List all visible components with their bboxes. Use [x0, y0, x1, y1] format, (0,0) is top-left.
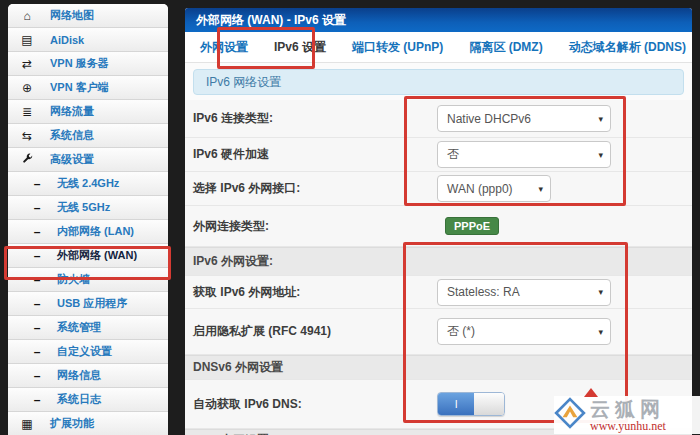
chevron-down-icon: ▾	[598, 287, 603, 297]
sidebar-item-advanced-settings[interactable]: 高级设置	[8, 148, 168, 172]
ipv6-wan-interface-select[interactable]: WAN (ppp0) ▾	[437, 175, 551, 202]
watermark: 云狐网 www.yunhu.net	[554, 396, 700, 434]
dash-icon: –	[30, 298, 44, 310]
form-row-wan-interface: 选择 IPv6 外网接口: WAN (ppp0) ▾	[185, 172, 692, 206]
tab-bar: 外网设置 IPv6 设置 端口转发 (UPnP) 隔离区 (DMZ) 动态域名解…	[185, 32, 692, 63]
sidebar-item-lan[interactable]: – 内部网络 (LAN)	[8, 220, 168, 244]
dash-icon: –	[30, 370, 44, 382]
ipv6-hw-acceleration-select[interactable]: 否 ▾	[437, 141, 611, 168]
toggle-on-half: l	[438, 393, 474, 415]
chevron-down-icon: ▾	[598, 114, 603, 124]
sidebar-item-label: 网络流量	[50, 104, 94, 119]
home-icon: ⌂	[20, 10, 34, 22]
loop-icon: ⇄	[20, 58, 34, 70]
sidebar-item-usb-apps[interactable]: – USB 应用程序	[8, 292, 168, 316]
sidebar-item-firewall[interactable]: – 防火墙	[8, 268, 168, 292]
field-label: 启用隐私扩展 (RFC 4941)	[193, 323, 437, 340]
sidebar-item-wireless-24ghz[interactable]: – 无线 2.4GHz	[8, 172, 168, 196]
main-panel: 外部网络 (WAN) - IPv6 设置 外网设置 IPv6 设置 端口转发 (…	[185, 8, 692, 435]
watermark-site-url: www.yunhu.net	[590, 420, 666, 432]
sidebar-item-label: 防火墙	[57, 272, 90, 287]
dash-icon: –	[30, 322, 44, 334]
watermark-logo-icon	[554, 397, 586, 433]
shuffle-icon: ⇆	[20, 130, 34, 142]
sidebar: ⌂ 网络地图 ▤ AiDisk ⇄ VPN 服务器 ⊕ VPN 客户端 ≣ 网络…	[8, 4, 168, 435]
grid-icon: ▦	[20, 418, 34, 430]
form-row-connection-type: IPv6 连接类型: Native DHCPv6 ▾	[185, 100, 692, 138]
dash-icon: –	[30, 274, 44, 286]
sidebar-item-traffic[interactable]: ≣ 网络流量	[8, 100, 168, 124]
sidebar-item-label: 自定义设置	[57, 344, 112, 359]
sidebar-item-label: 系统信息	[50, 128, 94, 143]
sidebar-item-label: 高级设置	[50, 152, 94, 167]
watermark-text: 云狐网 www.yunhu.net	[590, 399, 666, 432]
watermark-pointer	[584, 388, 598, 397]
sidebar-item-label: 外部网络 (WAN)	[57, 248, 137, 263]
field-label: 选择 IPv6 外网接口:	[193, 180, 437, 197]
dash-icon: –	[30, 202, 44, 214]
sidebar-item-label: USB 应用程序	[57, 296, 127, 311]
sidebar-item-system-log[interactable]: – 系统日志	[8, 388, 168, 412]
ipv6-connection-type-select[interactable]: Native DHCPv6 ▾	[437, 105, 611, 132]
form-row-wan-connection-type: 外网连接类型: PPPoE	[185, 206, 692, 247]
sidebar-item-wireless-5ghz[interactable]: – 无线 5GHz	[8, 196, 168, 220]
tab-ipv6-settings[interactable]: IPv6 设置	[261, 32, 339, 62]
field-label: IPv6 连接类型:	[193, 110, 437, 127]
ipv6-address-mode-select[interactable]: Stateless: RA ▾	[437, 279, 611, 306]
sidebar-item-label: 内部网络 (LAN)	[57, 224, 134, 239]
sidebar-item-label: 网络信息	[57, 368, 101, 383]
globe-icon: ⊕	[20, 82, 34, 94]
field-label: 获取 IPv6 外网地址:	[193, 284, 437, 301]
dash-icon: –	[30, 346, 44, 358]
sidebar-item-label: 系统日志	[57, 392, 101, 407]
chevron-down-icon: ▾	[598, 327, 603, 337]
form-section-dnsv6: DNSv6 外网设置	[185, 355, 692, 380]
sidebar-item-label: 扩展功能	[50, 416, 94, 431]
tab-port-forwarding[interactable]: 端口转发 (UPnP)	[339, 32, 456, 62]
sidebar-item-label: VPN 服务器	[50, 56, 109, 71]
traffic-icon: ≣	[20, 106, 34, 118]
form-row-hw-acceleration: IPv6 硬件加速 否 ▾	[185, 138, 692, 172]
section-header: IPv6 网络设置	[193, 69, 684, 95]
tab-wan-settings[interactable]: 外网设置	[187, 32, 261, 62]
tab-dmz[interactable]: 隔离区 (DMZ)	[456, 32, 555, 62]
field-label: 自动获取 IPv6 DNS:	[193, 396, 437, 413]
disk-icon: ▤	[20, 34, 34, 46]
sidebar-item-label: 网络地图	[50, 8, 94, 23]
tab-ddns[interactable]: 动态域名解析 (DDNS)	[556, 32, 692, 62]
form-section-ipv6-wan: IPv6 外网设置:	[185, 247, 692, 276]
auto-ipv6-dns-toggle[interactable]: l	[437, 392, 505, 416]
dash-icon: –	[30, 226, 44, 238]
sidebar-item-vpn-client[interactable]: ⊕ VPN 客户端	[8, 76, 168, 100]
sidebar-item-label: 无线 2.4GHz	[57, 176, 119, 191]
dash-icon: –	[30, 394, 44, 406]
watermark-site-name: 云狐网	[590, 399, 666, 419]
form-row-privacy-extension: 启用隐私扩展 (RFC 4941) 否 (*) ▾	[185, 309, 692, 355]
content-area: IPv6 网络设置 IPv6 连接类型: Native DHCPv6 ▾ IPv…	[185, 69, 692, 435]
sidebar-item-label: VPN 客户端	[50, 80, 109, 95]
section-label: DNSv6 外网设置	[193, 359, 692, 376]
sidebar-item-system-admin[interactable]: – 系统管理	[8, 316, 168, 340]
sidebar-item-extensions[interactable]: ▦ 扩展功能	[8, 412, 168, 435]
sidebar-item-wan[interactable]: – 外部网络 (WAN)	[8, 244, 168, 268]
sidebar-item-network-info[interactable]: – 网络信息	[8, 364, 168, 388]
field-label: IPv6 硬件加速	[193, 146, 437, 163]
sidebar-item-aidisk[interactable]: ▤ AiDisk	[8, 28, 168, 52]
chevron-down-icon: ▾	[598, 150, 603, 160]
dash-icon: –	[30, 178, 44, 190]
chevron-down-icon: ▾	[538, 184, 543, 194]
sidebar-item-vpn-server[interactable]: ⇄ VPN 服务器	[8, 52, 168, 76]
pppoe-badge: PPPoE	[445, 217, 499, 235]
wrench-icon	[20, 153, 34, 166]
sidebar-item-label: AiDisk	[50, 34, 84, 46]
sidebar-item-label: 系统管理	[57, 320, 101, 335]
dash-icon: –	[30, 250, 44, 262]
sidebar-item-system-info[interactable]: ⇆ 系统信息	[8, 124, 168, 148]
form-row-ipv6-address-mode: 获取 IPv6 外网地址: Stateless: RA ▾	[185, 276, 692, 309]
sidebar-item-custom-settings[interactable]: – 自定义设置	[8, 340, 168, 364]
section-label: IPv6 外网设置:	[193, 253, 692, 270]
privacy-extension-select[interactable]: 否 (*) ▾	[437, 318, 611, 345]
field-label: 外网连接类型:	[193, 218, 437, 235]
page-title: 外部网络 (WAN) - IPv6 设置	[185, 8, 692, 32]
sidebar-item-network-map[interactable]: ⌂ 网络地图	[8, 4, 168, 28]
